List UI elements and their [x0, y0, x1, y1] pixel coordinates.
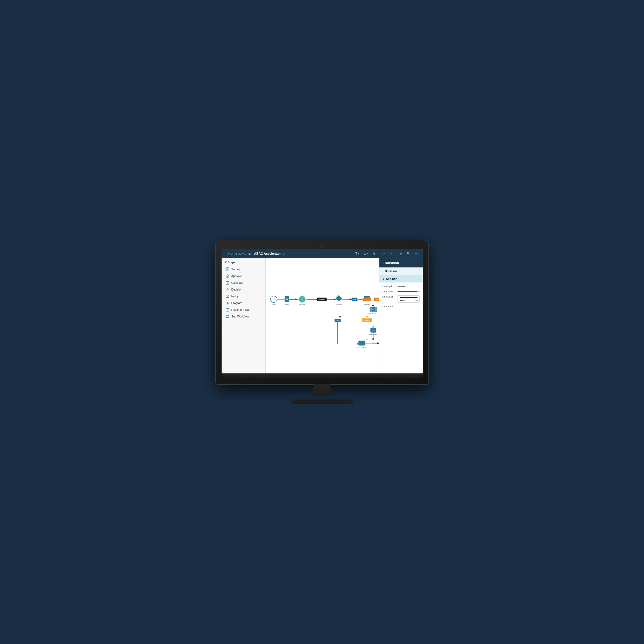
svg-marker-9	[226, 288, 229, 291]
toolbar-actions: T ▾ ⊕ ▾ 🗑 ↩ ↪	[354, 251, 419, 256]
sidebar-item-result[interactable]: Result In Field	[222, 306, 265, 313]
line-options-row: Line Options ▾	[383, 285, 420, 288]
svg-rect-43	[336, 295, 342, 301]
monitor-bezel: ← WORKFLOW GRID ABAC Accelerator ✔ T ▾ ⊕…	[216, 240, 428, 384]
sidebar-item-program[interactable]: Program	[222, 300, 265, 306]
toolbar: ← WORKFLOW GRID ABAC Accelerator ✔ T ▾ ⊕…	[222, 249, 423, 258]
line-solid-preview	[400, 297, 417, 298]
svg-text:Survey: Survey	[284, 303, 289, 305]
sidebar-item-subworkflow[interactable]: Sub Workflow	[222, 313, 265, 320]
steps-label: Steps	[228, 261, 236, 264]
svg-marker-74	[403, 286, 405, 287]
settings-section-label: Settings	[386, 277, 397, 280]
camera-dot	[321, 245, 323, 247]
sidebar-item-calculate[interactable]: Calculate	[222, 279, 265, 286]
svg-text:Rejected: Rejected	[376, 299, 379, 300]
monitor-stand-base	[291, 399, 353, 404]
check-circle-icon	[226, 274, 229, 278]
delete-button[interactable]: 🗑	[371, 251, 377, 256]
back-button[interactable]: ← WORKFLOW GRID	[225, 252, 251, 255]
svg-text:Approved: Approved	[364, 319, 370, 321]
undo-icon: ↩	[383, 252, 385, 256]
subworkflow-icon	[226, 315, 229, 318]
chevron-down-icon: ∨	[225, 260, 227, 264]
workflow-svg: ⏻ Start ☰ Survey ✓ Approve Approved	[266, 258, 379, 373]
trash-icon: 🗑	[372, 252, 376, 256]
sidebar-calculate-label: Calculate	[231, 281, 243, 284]
filter-icon: T	[355, 252, 357, 256]
sidebar-item-notify[interactable]: Notify	[222, 293, 265, 300]
svg-text:Approved: Approved	[318, 299, 325, 300]
line-options-control[interactable]: ▾	[398, 285, 420, 288]
line-dotted-option[interactable]	[399, 300, 418, 301]
svg-text:Program: Program	[379, 347, 379, 349]
chevron-down-icon: ∨	[383, 277, 385, 280]
svg-text:✉: ✉	[372, 329, 374, 332]
line-style-row: Line Style ▾	[383, 290, 420, 293]
search-icon: 🔍	[407, 252, 411, 256]
line-color-label: Line Color	[383, 295, 396, 298]
monitor-stand-neck	[309, 384, 335, 396]
line-style-control: ▾	[398, 291, 420, 293]
svg-text:Start: Start	[272, 303, 275, 305]
main-layout: ∨ Steps Survey Approve	[222, 258, 423, 373]
filter-button[interactable]: T ▾	[354, 251, 360, 256]
gear-icon	[226, 301, 229, 305]
svg-rect-14	[226, 316, 229, 317]
sidebar-decision-label: Decision	[231, 288, 242, 291]
share-button[interactable]: ⇗	[398, 251, 403, 256]
svg-point-12	[226, 302, 229, 304]
search-button[interactable]: 🔍	[405, 251, 412, 256]
sidebar-item-survey[interactable]: Survey	[222, 266, 265, 273]
app-title: ABAC Accelerator	[254, 252, 281, 256]
monitor-wrapper: ← WORKFLOW GRID ABAC Accelerator ✔ T ▾ ⊕…	[216, 240, 428, 404]
svg-text:Sub-Workflow: Sub-Workflow	[368, 313, 378, 315]
back-label: WORKFLOW GRID	[228, 252, 251, 255]
svg-rect-51	[370, 307, 372, 311]
sidebar-survey-label: Survey	[231, 268, 240, 271]
sidebar-header: ∨ Steps	[222, 258, 265, 266]
svg-text:✓: ✓	[301, 298, 303, 301]
panel-section-decision: › Decision	[379, 267, 423, 275]
sidebar: ∨ Steps Survey Approve	[222, 258, 266, 373]
settings-section-header[interactable]: ∨ Settings	[379, 275, 423, 282]
redo-icon: ↪	[390, 252, 392, 256]
panel-settings-content: Line Options ▾	[379, 282, 423, 313]
panel-title: Transition	[379, 258, 423, 267]
zoom-icon: ⊕	[364, 252, 366, 256]
doc-icon	[226, 267, 229, 271]
svg-text:⏻: ⏻	[272, 298, 275, 301]
svg-text:False: False	[336, 320, 339, 321]
diamond-icon	[226, 288, 229, 291]
svg-point-11	[227, 302, 228, 303]
redo-button[interactable]: ↪	[388, 251, 394, 256]
line-color-options	[398, 295, 420, 303]
undo-button[interactable]: ↩	[381, 251, 386, 256]
svg-text:True: True	[353, 299, 356, 300]
svg-text:☰: ☰	[286, 298, 288, 300]
svg-text:→: →	[361, 342, 363, 344]
sidebar-result-label: Result In Field	[231, 308, 250, 311]
zoom-button[interactable]: ⊕ ▾	[362, 251, 369, 256]
calculate-icon	[226, 281, 229, 285]
line-width-row: Line Width	[383, 305, 420, 308]
line-style-dropdown-icon[interactable]: ▾	[419, 291, 420, 293]
line-options-dropdown-icon[interactable]: ▾	[406, 285, 407, 288]
share-icon: ⇗	[399, 252, 402, 256]
line-options-label: Line Options	[383, 285, 396, 288]
svg-text:Calculate: Calculate	[364, 303, 371, 305]
decision-section-header[interactable]: › Decision	[379, 267, 423, 275]
right-panel: Transition › Decision ∨ Settings	[379, 258, 423, 373]
more-button[interactable]: ⋯	[414, 251, 420, 256]
panel-section-settings: ∨ Settings Line Options	[379, 275, 423, 313]
sidebar-item-approve[interactable]: Approve	[222, 273, 265, 279]
monitor-chin	[222, 373, 423, 378]
sidebar-notify-label: Notify	[231, 295, 239, 298]
sidebar-item-decision[interactable]: Decision	[222, 286, 265, 293]
line-dashed-preview	[400, 299, 417, 299]
toolbar-divider-2	[396, 251, 396, 256]
line-width-label: Line Width	[383, 305, 396, 308]
svg-rect-52	[375, 307, 377, 311]
svg-text:≡|≡: ≡|≡	[372, 309, 374, 310]
workflow-canvas[interactable]: ⏻ Start ☰ Survey ✓ Approve Approved	[266, 258, 379, 373]
